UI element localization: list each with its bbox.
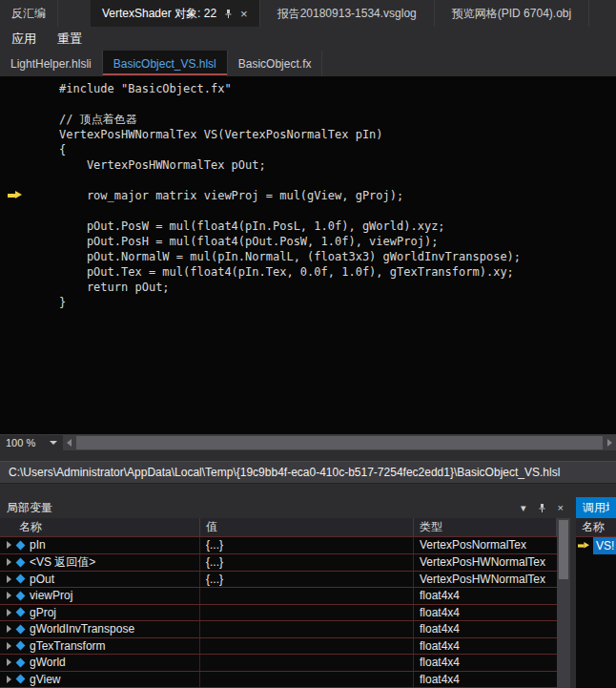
tab-lighthelper-hlsli[interactable]: LightHelper.hlsli xyxy=(0,51,103,76)
code-text: row_major matrix viewProj = mul(gView, g… xyxy=(59,189,403,202)
callstack-frame-row[interactable]: VS! xyxy=(576,537,616,554)
expand-arrow-icon[interactable] xyxy=(7,592,11,599)
locals-row[interactable]: <VS 返回值>{...}VertexPosHWNormalTex xyxy=(0,554,557,572)
tab-vertexshader-object[interactable]: VertexShader 对象: 22 × xyxy=(91,0,260,27)
expand-arrow-icon[interactable] xyxy=(7,609,11,616)
code-text: // 顶点着色器 xyxy=(59,113,137,126)
variable-name-cell: gProj xyxy=(0,605,200,621)
variable-type: VertexPosNormalTex xyxy=(420,538,526,552)
expand-arrow-icon[interactable] xyxy=(7,625,11,633)
code-line: { xyxy=(0,141,616,156)
pin-icon[interactable] xyxy=(537,503,547,513)
column-header-value[interactable]: 值 xyxy=(200,518,414,536)
column-header-type[interactable]: 类型 xyxy=(414,518,557,536)
variable-value-cell[interactable] xyxy=(200,605,414,621)
reset-menu-item[interactable]: 重置 xyxy=(57,31,82,48)
variable-type: float4x4 xyxy=(420,656,460,669)
code-line: pOut.Tex = mul(float4(pIn.Tex, 0.0f, 1.0… xyxy=(0,263,616,279)
variable-value-cell[interactable] xyxy=(200,621,414,637)
code-editor[interactable]: #include "BasicObject.fx"// 顶点着色器VertexP… xyxy=(0,76,616,434)
file-tab-bar: LightHelper.hlsli BasicObject_VS.hlsl Ba… xyxy=(0,51,616,76)
field-diamond-icon xyxy=(16,657,26,667)
expand-arrow-icon[interactable] xyxy=(7,575,11,583)
file-path-bar: C:\Users\Administrator\AppData\Local\Tem… xyxy=(0,461,616,484)
field-diamond-icon xyxy=(16,557,26,567)
variable-type: float4x4 xyxy=(420,673,460,686)
callstack-titlebar[interactable]: 调用堆 xyxy=(576,497,616,518)
code-line: // 顶点着色器 xyxy=(0,111,616,126)
variable-value-cell[interactable] xyxy=(200,588,414,604)
variable-type: float4x4 xyxy=(420,622,460,636)
variable-name-cell: pOut xyxy=(0,572,200,588)
locals-row[interactable]: pIn{...}VertexPosNormalTex xyxy=(0,537,557,554)
locals-titlebar[interactable]: 局部变量 ▾ × xyxy=(0,497,570,518)
locals-vertical-scrollbar[interactable] xyxy=(557,518,570,688)
variable-type-cell: VertexPosHWNormalTex xyxy=(414,572,557,588)
locals-row[interactable]: gProjfloat4x4 xyxy=(0,605,557,622)
tab-mesh-preview[interactable]: 预览网格(PID 6704).obj xyxy=(435,0,589,27)
tab-vsglog-report[interactable]: 报告20180913-1534.vsglog xyxy=(260,0,435,27)
locals-body: 名称 值 类型 pIn{...}VertexPosNormalTex<VS 返回… xyxy=(0,518,570,688)
field-diamond-icon xyxy=(16,591,26,600)
variable-type-cell: float4x4 xyxy=(414,672,557,688)
bottom-panels: 局部变量 ▾ × 名称 值 类型 pIn{...}VertexPosNo xyxy=(0,497,616,688)
scroll-right-arrow-icon[interactable] xyxy=(607,439,612,447)
variable-type-cell: float4x4 xyxy=(414,638,557,655)
pin-icon[interactable] xyxy=(223,9,234,19)
variable-name: gTexTransform xyxy=(30,639,106,653)
locals-row[interactable]: pOut{...}VertexPosHWNormalTex xyxy=(0,572,557,589)
document-tab-bar: 反汇编 VertexShader 对象: 22 × 报告20180913-153… xyxy=(0,0,616,27)
expand-arrow-icon[interactable] xyxy=(7,676,11,683)
variable-name: gWorldInvTranspose xyxy=(30,622,134,636)
field-diamond-icon xyxy=(16,574,26,584)
variable-type: float4x4 xyxy=(420,606,460,619)
variable-name-cell: viewProj xyxy=(0,588,200,604)
variable-value: {...} xyxy=(206,555,223,569)
variable-value-cell[interactable] xyxy=(200,672,414,688)
expand-arrow-icon[interactable] xyxy=(7,558,11,566)
variable-value-cell[interactable] xyxy=(200,638,414,655)
code-line: row_major matrix viewProj = mul(gView, g… xyxy=(0,187,616,202)
column-header-name[interactable]: 名称 xyxy=(576,518,616,536)
horizontal-scrollbar[interactable] xyxy=(63,435,616,450)
variable-name-cell: gWorld xyxy=(0,655,200,671)
variable-type-cell: float4x4 xyxy=(414,588,557,604)
code-text: } xyxy=(59,296,66,309)
code-line: } xyxy=(0,294,616,309)
locals-rows: pIn{...}VertexPosNormalTex<VS 返回值>{...}V… xyxy=(0,537,557,688)
apply-menu-item[interactable]: 应用 xyxy=(11,31,36,48)
tab-basicobject-vs-hlsl[interactable]: BasicObject_VS.hlsl xyxy=(103,51,228,76)
callstack-panel: 调用堆 名称 VS! xyxy=(576,497,616,688)
tab-basicobject-fx[interactable]: BasicObject.fx xyxy=(228,51,323,76)
variable-value-cell[interactable]: {...} xyxy=(200,554,414,571)
vertical-scrollbar-thumb[interactable] xyxy=(559,520,568,579)
variable-value-cell[interactable] xyxy=(200,655,414,671)
locals-row[interactable]: gWorldInvTransposefloat4x4 xyxy=(0,621,557,638)
window-position-chevron-icon[interactable]: ▾ xyxy=(521,503,526,513)
variable-value-cell[interactable]: {...} xyxy=(200,537,414,553)
current-frame-arrow-icon xyxy=(578,542,590,549)
variable-name-cell: gWorldInvTranspose xyxy=(0,621,200,637)
locals-row[interactable]: gWorldfloat4x4 xyxy=(0,655,557,672)
tab-disassembly[interactable]: 反汇编 xyxy=(0,0,58,27)
code-text: VertexPosHWNormalTex VS(VertexPosNormalT… xyxy=(59,128,383,141)
scroll-left-arrow-icon[interactable] xyxy=(67,439,72,447)
horizontal-scrollbar-thumb[interactable] xyxy=(76,436,603,449)
code-line: pOut.NormalW = mul(pIn.NormalL, (float3x… xyxy=(0,248,616,263)
column-header-name[interactable]: 名称 xyxy=(0,518,200,536)
locals-row[interactable]: viewProjfloat4x4 xyxy=(0,588,557,605)
variable-name: viewProj xyxy=(30,589,72,602)
variable-value-cell[interactable]: {...} xyxy=(200,572,414,588)
zoom-selector[interactable]: 100 % xyxy=(0,435,63,450)
locals-row[interactable]: gTexTransformfloat4x4 xyxy=(0,638,557,656)
close-icon[interactable]: × xyxy=(558,503,564,513)
callstack-grid-header: 名称 xyxy=(576,518,616,537)
expand-arrow-icon[interactable] xyxy=(7,658,11,666)
locals-row[interactable]: gViewfloat4x4 xyxy=(0,672,557,688)
close-icon[interactable]: × xyxy=(240,8,248,20)
expand-arrow-icon[interactable] xyxy=(7,541,11,549)
code-line: pOut.PosW = mul(float4(pIn.PosL, 1.0f), … xyxy=(0,218,616,233)
code-text: return pOut; xyxy=(59,281,170,294)
zoom-value: 100 % xyxy=(6,437,35,448)
expand-arrow-icon[interactable] xyxy=(7,642,11,650)
